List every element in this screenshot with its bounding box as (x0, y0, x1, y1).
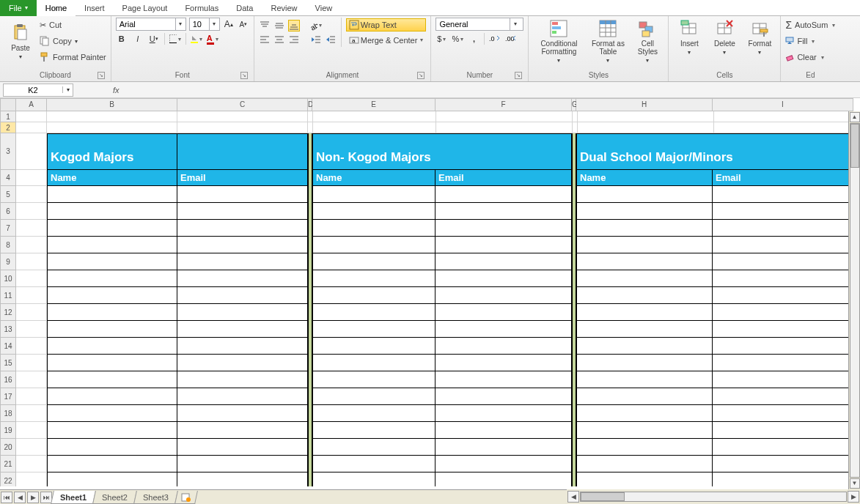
cell[interactable] (713, 253, 853, 270)
dialog-launcher-icon[interactable]: ↘ (417, 72, 425, 79)
cell[interactable] (16, 253, 47, 270)
cell[interactable] (47, 405, 177, 422)
cell[interactable] (177, 388, 308, 405)
wrap-text-button[interactable]: Wrap Text (346, 18, 427, 32)
cell[interactable] (177, 253, 308, 270)
cell[interactable] (436, 122, 573, 133)
cell[interactable] (47, 304, 177, 321)
cut-button[interactable]: ✂Cut (40, 18, 106, 32)
cell[interactable] (47, 472, 177, 486)
bold-button[interactable]: B (116, 33, 128, 45)
cell[interactable] (47, 371, 177, 388)
section-title[interactable]: Dual School Major/Minors (576, 133, 853, 170)
row-header[interactable]: 12 (0, 304, 16, 321)
cell[interactable] (47, 122, 177, 133)
cell[interactable] (16, 203, 47, 220)
cell[interactable] (713, 371, 853, 388)
format-as-table-button[interactable]: Format as Table▾ (587, 18, 628, 64)
select-all-corner[interactable] (0, 98, 16, 111)
column-header-cell[interactable]: Name (312, 170, 435, 186)
cell[interactable] (576, 186, 713, 203)
vertical-scrollbar[interactable]: ▲ ▼ (848, 111, 860, 486)
column-header[interactable]: C (177, 98, 308, 111)
cell[interactable] (713, 388, 853, 405)
cell[interactable] (313, 111, 436, 122)
cell[interactable] (312, 270, 435, 287)
row-header[interactable]: 7 (0, 220, 16, 237)
cell[interactable] (312, 338, 435, 355)
cell[interactable] (177, 270, 308, 287)
cell[interactable] (435, 237, 572, 253)
cell[interactable] (576, 388, 713, 405)
cell[interactable] (576, 338, 713, 355)
underline-button[interactable]: U▾ (148, 33, 160, 45)
cell[interactable] (16, 456, 47, 472)
font-size-combo[interactable]: ▾ (189, 18, 220, 31)
fill-color-button[interactable] (191, 33, 202, 45)
worksheet-grid[interactable]: ABCDEFGHI 123456789101112131415161718192… (0, 98, 860, 486)
cell[interactable] (47, 355, 177, 371)
cell[interactable] (47, 253, 177, 270)
cell[interactable] (177, 472, 308, 486)
cell[interactable] (578, 122, 714, 133)
cell[interactable] (576, 472, 713, 486)
cell[interactable] (435, 220, 572, 237)
decrease-font-icon[interactable]: A▾ (238, 18, 249, 30)
cell[interactable] (312, 371, 435, 388)
section-title[interactable]: Kogod Majors (47, 133, 177, 170)
cell[interactable] (576, 304, 713, 321)
cell[interactable] (435, 253, 572, 270)
column-header[interactable]: A (16, 98, 47, 111)
cell[interactable] (435, 304, 572, 321)
cell[interactable] (313, 122, 436, 133)
font-color-button[interactable]: A (207, 33, 218, 45)
cell[interactable] (576, 287, 713, 304)
row-header[interactable]: 19 (0, 422, 16, 439)
cell[interactable] (312, 355, 435, 371)
cell[interactable] (435, 456, 572, 472)
cell[interactable] (435, 321, 572, 338)
cell[interactable] (713, 321, 853, 338)
cell[interactable] (312, 422, 435, 439)
tab-page-layout[interactable]: Page Layout (114, 0, 177, 16)
cell[interactable] (312, 472, 435, 486)
column-header-cell[interactable]: Name (576, 170, 713, 186)
cell[interactable] (312, 287, 435, 304)
cell[interactable] (16, 304, 47, 321)
cell[interactable] (576, 422, 713, 439)
row-header[interactable]: 4 (0, 170, 16, 186)
row-header[interactable]: 16 (0, 371, 16, 388)
cell[interactable] (576, 439, 713, 456)
cell[interactable] (16, 270, 47, 287)
tab-view[interactable]: View (306, 0, 342, 16)
clear-button[interactable]: Clear (785, 50, 835, 64)
cell[interactable] (177, 321, 308, 338)
align-middle-icon[interactable] (273, 20, 285, 32)
format-painter-button[interactable]: Format Painter (40, 50, 106, 64)
tab-file[interactable]: File▾ (0, 0, 37, 16)
row-header[interactable]: 14 (0, 338, 16, 355)
cell[interactable] (312, 304, 435, 321)
cell[interactable] (576, 355, 713, 371)
cell[interactable] (16, 287, 47, 304)
cell[interactable] (714, 111, 855, 122)
percent-button[interactable]: % (452, 33, 463, 45)
align-bottom-icon[interactable] (288, 20, 300, 32)
cell[interactable] (47, 338, 177, 355)
comma-button[interactable]: , (468, 33, 479, 45)
delete-cells-button[interactable]: Delete▾ (708, 18, 740, 56)
autosum-button[interactable]: ΣAutoSum (785, 18, 835, 32)
cell[interactable] (713, 270, 853, 287)
tab-data[interactable]: Data (227, 0, 262, 16)
cell[interactable] (47, 287, 177, 304)
cell[interactable] (177, 456, 308, 472)
align-center-icon[interactable] (273, 34, 285, 45)
cell[interactable] (177, 111, 308, 122)
row-header[interactable]: 13 (0, 321, 16, 338)
row-header[interactable]: 2 (0, 122, 16, 133)
font-name-combo[interactable]: ▾ (116, 18, 186, 31)
row-header[interactable]: 17 (0, 388, 16, 405)
paste-button[interactable]: Paste▾ (4, 22, 37, 60)
cell[interactable] (312, 203, 435, 220)
align-left-icon[interactable] (259, 34, 271, 45)
